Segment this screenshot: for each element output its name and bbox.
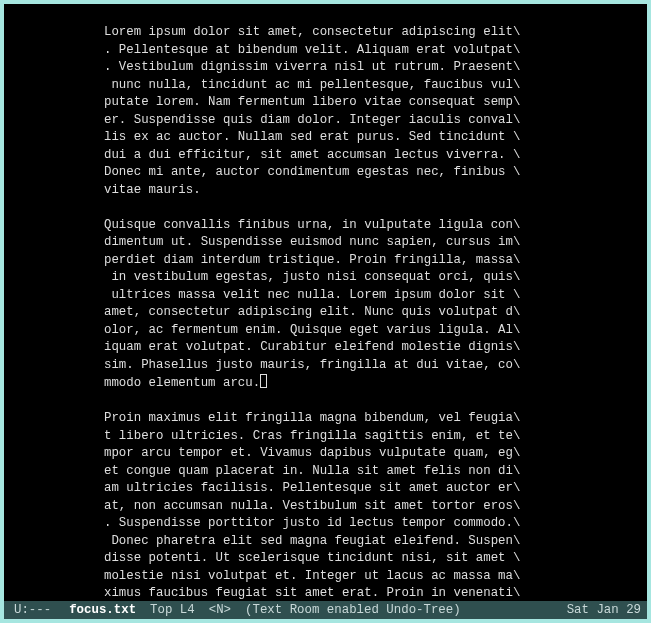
text-line: disse potenti. Ut scelerisque tincidunt …: [4, 550, 647, 568]
text-line: . Vestibulum dignissim viverra nisl ut r…: [4, 59, 647, 77]
text-line: . Suspendisse porttitor justo id lectus …: [4, 515, 647, 533]
emacs-frame: Lorem ipsum dolor sit amet, consectetur …: [4, 4, 647, 619]
text-line: sim. Phasellus justo mauris, fringilla a…: [4, 357, 647, 375]
text-line: at, non accumsan nulla. Vestibulum sit a…: [4, 498, 647, 516]
text-line: mmodo elementum arcu.: [4, 374, 647, 393]
text-line: perdiet diam interdum tristique. Proin f…: [4, 252, 647, 270]
blank-line: [4, 393, 647, 411]
text-line: am ultricies facilisis. Pellentesque sit…: [4, 480, 647, 498]
modeline-mode-short: <N>: [209, 601, 231, 619]
blank-line: [4, 199, 647, 217]
modeline-position: Top L4: [150, 601, 195, 619]
text-buffer[interactable]: Lorem ipsum dolor sit amet, consectetur …: [4, 4, 647, 601]
text-line: iquam erat volutpat. Curabitur eleifend …: [4, 339, 647, 357]
mode-line: U:--- focus.txt Top L4 <N> (Text Room en…: [4, 601, 647, 619]
text-line: Donec mi ante, auctor condimentum egesta…: [4, 164, 647, 182]
modeline-minor-modes: (Text Room enabled Undo-Tree): [245, 601, 461, 619]
text-line: et congue quam placerat in. Nulla sit am…: [4, 463, 647, 481]
text-line: olor, ac fermentum enim. Quisque eget va…: [4, 322, 647, 340]
text-line: t libero ultricies. Cras fringilla sagit…: [4, 428, 647, 446]
text-line: er. Suspendisse quis diam dolor. Integer…: [4, 112, 647, 130]
text-line: molestie nisi volutpat et. Integer ut la…: [4, 568, 647, 586]
text-line: dui a dui efficitur, sit amet accumsan l…: [4, 147, 647, 165]
text-line: mpor arcu tempor et. Vivamus dapibus vul…: [4, 445, 647, 463]
text-line: ximus faucibus feugiat sit amet erat. Pr…: [4, 585, 647, 601]
text-line: Lorem ipsum dolor sit amet, consectetur …: [4, 24, 647, 42]
text-line: in vestibulum egestas, justo nisi conseq…: [4, 269, 647, 287]
text-line: nunc nulla, tincidunt ac mi pellentesque…: [4, 77, 647, 95]
text-line: Proin maximus elit fringilla magna biben…: [4, 410, 647, 428]
text-line: Quisque convallis finibus urna, in vulpu…: [4, 217, 647, 235]
text-line: putate lorem. Nam fermentum libero vitae…: [4, 94, 647, 112]
modeline-date: Sat Jan 29: [567, 601, 641, 619]
text-line: Donec pharetra elit sed magna feugiat el…: [4, 533, 647, 551]
text-cursor: [260, 374, 267, 388]
modeline-modified-marker: U:---: [14, 601, 51, 619]
text-line: amet, consectetur adipiscing elit. Nunc …: [4, 304, 647, 322]
text-line: ultrices massa velit nec nulla. Lorem ip…: [4, 287, 647, 305]
text-line: vitae mauris.: [4, 182, 647, 200]
text-line: lis ex ac auctor. Nullam sed erat purus.…: [4, 129, 647, 147]
text-line: dimentum ut. Suspendisse euismod nunc sa…: [4, 234, 647, 252]
text-line: . Pellentesque at bibendum velit. Aliqua…: [4, 42, 647, 60]
modeline-buffer-name: focus.txt: [69, 601, 136, 619]
